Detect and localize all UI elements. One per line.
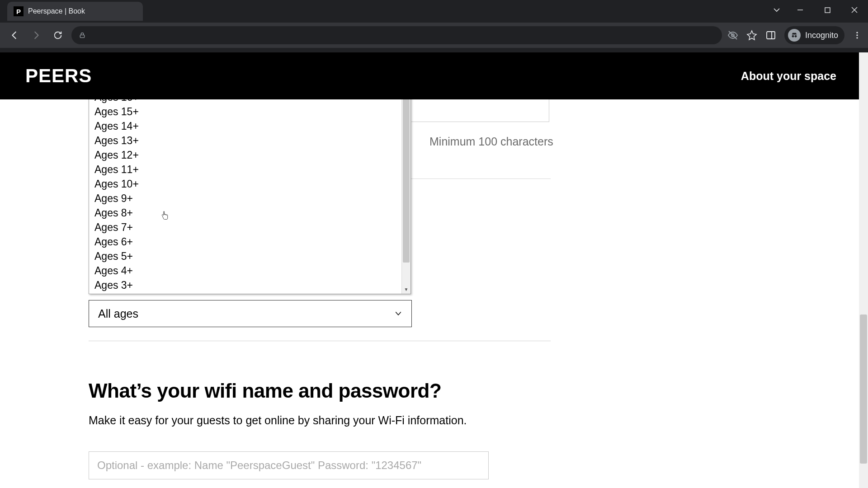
lock-icon [79,32,86,39]
browser-chrome: P Peerspace | Book [0,0,868,52]
page-scrollbar[interactable] [859,52,868,488]
site-logo[interactable]: PEERS [25,65,92,87]
dropdown-scrollbar[interactable]: ▲ ▼ [401,99,410,294]
browser-toolbar: Incognito [0,23,868,48]
browser-tab[interactable]: P Peerspace | Book [7,2,143,21]
age-option[interactable]: Ages 5+ [89,249,401,263]
tab-strip: P Peerspace | Book [0,0,868,23]
age-select-value: All ages [98,307,138,320]
incognito-icon [788,29,801,42]
side-panel-icon[interactable] [765,30,776,41]
reload-button[interactable] [50,27,66,43]
about-your-space-link[interactable]: About your space [741,70,836,83]
kebab-menu-icon[interactable] [853,31,862,40]
address-bar[interactable] [71,26,722,44]
incognito-badge[interactable]: Incognito [784,26,844,44]
scroll-track[interactable] [402,99,410,285]
svg-point-5 [795,35,797,38]
minimize-button[interactable] [787,0,814,20]
age-dropdown: All agesAges 21+Ages 20+Ages 19+Ages 18+… [89,99,411,294]
textarea-hint: Minimum 100 characters [429,135,553,148]
age-option[interactable]: Ages 14+ [89,119,401,133]
wifi-subheading: Make it easy for your guests to get onli… [89,414,551,427]
svg-point-6 [856,32,858,33]
eye-off-icon[interactable] [727,30,738,41]
chevron-down-icon [394,310,402,318]
page-scroll-thumb[interactable] [860,314,867,464]
svg-point-8 [856,37,858,38]
svg-point-7 [856,34,858,36]
section-divider [89,341,551,341]
tab-title: Peerspace | Book [28,7,85,15]
age-option[interactable]: Ages 13+ [89,133,401,148]
svg-rect-1 [80,35,84,38]
textarea-partial[interactable] [411,99,549,122]
star-icon[interactable] [746,30,757,41]
age-option[interactable]: Ages 6+ [89,235,401,249]
age-option[interactable]: Ages 16+ [89,99,401,104]
favicon: P [14,6,24,16]
page-body: Minimum 100 characters All ages All ages… [0,99,859,488]
age-option[interactable]: Ages 9+ [89,191,401,206]
scroll-thumb[interactable] [403,99,410,263]
window-controls [767,0,868,20]
svg-rect-3 [767,32,775,39]
tab-overflow-icon[interactable] [767,0,787,20]
age-option[interactable]: Ages 4+ [89,263,401,278]
age-option[interactable]: Ages 12+ [89,148,401,162]
age-dropdown-list[interactable]: All agesAges 21+Ages 20+Ages 19+Ages 18+… [89,99,401,294]
wifi-heading: What’s your wifi name and password? [89,380,551,402]
age-option[interactable]: Ages 7+ [89,220,401,235]
close-button[interactable] [841,0,868,20]
age-option[interactable]: Ages 8+ [89,206,401,220]
forward-button[interactable] [28,27,44,43]
scroll-down-arrow[interactable]: ▼ [402,285,410,294]
maximize-button[interactable] [814,0,841,20]
age-option[interactable]: Ages 11+ [89,162,401,177]
site-header: PEERS About your space [0,52,868,99]
age-option[interactable]: Ages 3+ [89,278,401,292]
svg-rect-0 [825,8,830,13]
incognito-label: Incognito [805,31,838,40]
age-option[interactable]: Ages 10+ [89,177,401,191]
wifi-input[interactable] [89,451,489,479]
back-button[interactable] [6,27,23,43]
svg-point-4 [792,35,794,38]
age-select[interactable]: All ages [89,300,412,327]
age-option[interactable]: Ages 15+ [89,104,401,119]
wifi-section: What’s your wifi name and password? Make… [89,380,551,479]
toolbar-right: Incognito [727,26,862,44]
